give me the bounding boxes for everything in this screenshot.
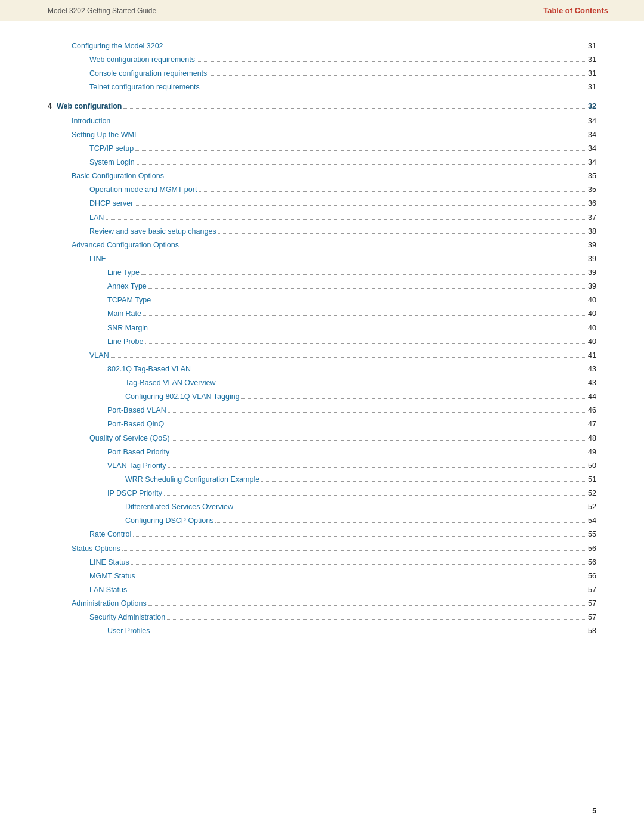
toc-dots <box>199 191 586 192</box>
toc-page-num: 39 <box>588 280 596 293</box>
toc-entry-label[interactable]: Configuring the Model 3202 <box>72 39 163 53</box>
toc-dots <box>166 178 586 178</box>
toc-page-num: 43 <box>588 363 596 376</box>
toc-entry-label[interactable]: Telnet configuration requirements <box>89 80 200 94</box>
toc-page-num: 35 <box>588 183 596 197</box>
toc-entry-label[interactable]: Operation mode and MGMT port <box>89 183 197 197</box>
toc-content: Configuring the Model 320231Web configur… <box>0 21 644 674</box>
toc-entry-label[interactable]: Line Probe <box>107 335 143 349</box>
toc-entry: Line Type39 <box>48 266 596 280</box>
toc-entry-label[interactable]: Line Type <box>107 266 140 280</box>
toc-entry-label[interactable]: MGMT Status <box>89 569 135 583</box>
toc-page-num: 34 <box>588 156 596 169</box>
toc-entry: Port-Based QinQ47 <box>48 417 596 431</box>
toc-entry-label[interactable]: Tag-Based VLAN Overview <box>125 376 215 390</box>
toc-entry-label[interactable]: VLAN Tag Priority <box>107 459 166 473</box>
toc-page-num: 52 <box>588 500 596 514</box>
toc-entry-label[interactable]: Introduction <box>72 114 110 128</box>
toc-dots <box>215 522 586 523</box>
toc-entry: LAN37 <box>48 211 596 225</box>
toc-entry-label[interactable]: Web configuration requirements <box>89 53 195 67</box>
toc-entry: LINE Status56 <box>48 556 596 569</box>
toc-page-num: 52 <box>588 487 596 500</box>
toc-entry-label[interactable]: 802.1Q Tag-Based VLAN <box>107 363 191 376</box>
toc-page-num: 41 <box>588 349 596 363</box>
toc-entry-label[interactable]: Quality of Service (QoS) <box>89 432 170 445</box>
toc-page-num: 57 <box>588 583 596 597</box>
toc-page-num: 34 <box>588 128 596 142</box>
toc-entry-label[interactable]: Review and save basic setup changes <box>89 225 216 239</box>
toc-entry-label[interactable]: LINE <box>89 252 106 266</box>
toc-entry-label[interactable]: Status Options <box>72 542 120 556</box>
toc-page-num: 35 <box>588 169 596 183</box>
toc-entry-label[interactable]: WRR Scheduling Configuration Example <box>125 473 259 487</box>
toc-entry-label[interactable]: IP DSCP Priority <box>107 487 162 500</box>
toc-entry-label[interactable]: LAN <box>89 211 104 225</box>
toc-entry: MGMT Status56 <box>48 569 596 583</box>
toc-dots <box>143 315 586 316</box>
toc-page-num: 32 <box>588 100 596 113</box>
toc-entry-label[interactable]: TCPAM Type <box>107 293 151 307</box>
toc-entry: Configuring the Model 320231 <box>48 39 596 53</box>
toc-dots <box>166 426 586 426</box>
toc-entry-label[interactable]: User Profiles <box>107 624 150 638</box>
toc-section-header: 4Web configuration32 <box>48 100 596 113</box>
toc-entry-label[interactable]: SNR Margin <box>107 321 148 335</box>
toc-entry-label[interactable]: Port-Based QinQ <box>107 417 164 431</box>
toc-dots <box>112 123 586 123</box>
toc-entry-label[interactable]: DHCP server <box>89 197 133 210</box>
toc-entry: LAN Status57 <box>48 583 596 597</box>
toc-dots <box>202 89 586 89</box>
toc-entry: Configuring DSCP Options54 <box>48 514 596 528</box>
toc-page-num: 55 <box>588 528 596 541</box>
toc-page-num: 49 <box>588 445 596 459</box>
toc-entry-label[interactable]: LAN Status <box>89 583 127 597</box>
toc-entry-label[interactable]: Setting Up the WMI <box>72 128 136 142</box>
toc-entry: Review and save basic setup changes38 <box>48 225 596 239</box>
toc-page-num: 51 <box>588 473 596 487</box>
toc-entry-label[interactable]: Configuring DSCP Options <box>125 514 213 528</box>
toc-entry-label[interactable]: Port Based Priority <box>107 445 169 459</box>
toc-entry-label[interactable]: Main Rate <box>107 307 141 321</box>
toc-entry-label[interactable]: Administration Options <box>72 597 147 611</box>
toc-page-num: 44 <box>588 390 596 404</box>
toc-entry-label[interactable]: Rate Control <box>89 528 131 541</box>
toc-page-num: 39 <box>588 266 596 280</box>
toc-entry: Annex Type39 <box>48 280 596 293</box>
toc-entry-label[interactable]: Port-Based VLAN <box>107 404 166 417</box>
toc-entry-label[interactable]: Advanced Configuration Options <box>72 239 179 252</box>
toc-entry-label[interactable]: Web configuration <box>57 100 122 113</box>
toc-dots <box>106 219 586 220</box>
toc-page-num: 40 <box>588 321 596 335</box>
toc-dots <box>152 633 587 633</box>
toc-entry: DHCP server36 <box>48 197 596 210</box>
toc-entry-label[interactable]: Console configuration requirements <box>89 67 207 80</box>
toc-entry-label[interactable]: Annex Type <box>107 280 147 293</box>
toc-entry-label[interactable]: TCP/IP setup <box>89 142 134 156</box>
toc-entry-label[interactable]: Basic Configuration Options <box>72 169 164 183</box>
toc-entry: Quality of Service (QoS)48 <box>48 432 596 445</box>
toc-entry: Tag-Based VLAN Overview43 <box>48 376 596 390</box>
toc-entry-label[interactable]: System Login <box>89 156 135 169</box>
toc-entry: Security Administration57 <box>48 611 596 624</box>
toc-entry: System Login34 <box>48 156 596 169</box>
toc-page-num: 57 <box>588 611 596 624</box>
toc-entry: VLAN Tag Priority50 <box>48 459 596 473</box>
toc-entry-label[interactable]: Configuring 802.1Q VLAN Tagging <box>125 390 240 404</box>
toc-dots <box>218 233 586 234</box>
toc-page-num: 31 <box>588 53 596 67</box>
toc-entry-label[interactable]: Security Administration <box>89 611 165 624</box>
toc-entry: IP DSCP Priority52 <box>48 487 596 500</box>
toc-entry: Administration Options57 <box>48 597 596 611</box>
toc-entry-label[interactable]: VLAN <box>89 349 109 363</box>
toc-dots <box>235 509 586 509</box>
toc-entry: Operation mode and MGMT port35 <box>48 183 596 197</box>
toc-dots <box>129 592 586 592</box>
toc-entry-label[interactable]: LINE Status <box>89 556 129 569</box>
toc-entry-label[interactable]: Differentiated Services Overview <box>125 500 233 514</box>
toc-entry: Setting Up the WMI34 <box>48 128 596 142</box>
toc-page-num: 40 <box>588 335 596 349</box>
toc-dots <box>181 247 586 247</box>
guide-title: Model 3202 Getting Started Guide <box>48 7 156 15</box>
toc-page-num: 39 <box>588 239 596 252</box>
